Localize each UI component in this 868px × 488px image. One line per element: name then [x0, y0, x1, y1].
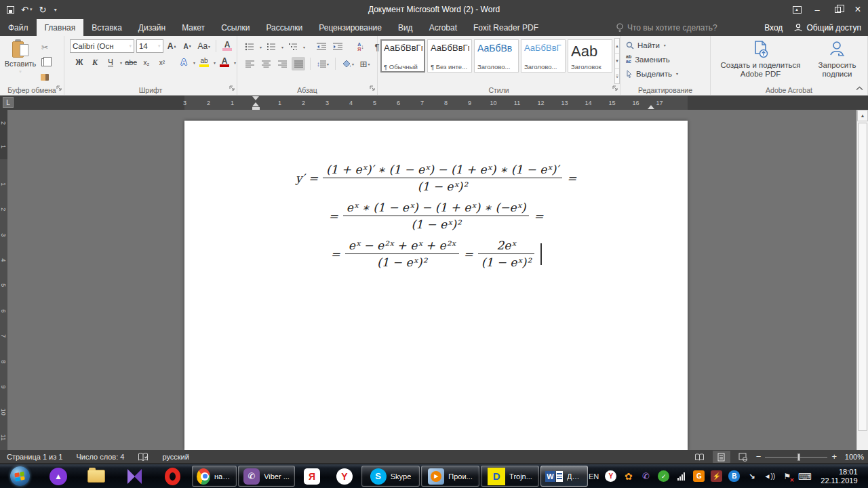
taskbar-alice-button[interactable]: ▲	[40, 466, 77, 487]
bold-button[interactable]: Ж	[73, 56, 86, 69]
font-name-combo[interactable]: Calibri (Осн▾	[70, 39, 134, 53]
taskbar-word-window[interactable]: WДоку...	[540, 466, 588, 487]
strikethrough-button[interactable]: abc	[124, 56, 138, 69]
clear-formatting-button[interactable]: А	[220, 39, 234, 53]
vertical-scrollbar[interactable]: ▲	[856, 110, 868, 450]
minimize-button[interactable]: –	[807, 0, 827, 19]
select-button[interactable]: Выделить▾	[626, 66, 709, 81]
tray-bluetooth-icon[interactable]: B	[728, 470, 740, 482]
ribbon-tab[interactable]: Вид	[390, 19, 421, 36]
copy-button[interactable]	[38, 56, 52, 68]
start-button[interactable]	[1, 466, 39, 487]
hanging-indent-marker[interactable]	[252, 102, 259, 106]
collapse-ribbon-button[interactable]	[856, 83, 863, 93]
tray-keyboard-icon[interactable]: ⌨	[799, 470, 810, 482]
ribbon-tab[interactable]: Acrobat	[421, 19, 465, 36]
save-button[interactable]	[7, 6, 14, 14]
align-right-button[interactable]	[275, 57, 289, 70]
styles-dialog-launcher[interactable]	[612, 84, 618, 94]
document-page[interactable]: y′ = (1 + eˣ)′ ∗ (1 − eˣ) − (1 + eˣ) ∗ (…	[184, 121, 688, 450]
web-layout-button[interactable]	[734, 451, 752, 463]
ribbon-tab[interactable]: Рассылки	[258, 19, 311, 36]
font-color-button[interactable]: А	[218, 56, 231, 69]
clipboard-dialog-launcher[interactable]	[56, 84, 62, 94]
tray-power-plug-icon[interactable]: ⚡	[711, 470, 722, 482]
language-status[interactable]: русский	[157, 453, 194, 461]
request-signatures-button[interactable]: Запросить подписи	[810, 38, 865, 84]
justify-button[interactable]	[292, 57, 305, 70]
taskbar-chrome-window[interactable]: найт...	[192, 466, 237, 487]
tray-network-signal-icon[interactable]	[675, 470, 687, 482]
increase-indent-button[interactable]	[331, 40, 344, 54]
ribbon-tab[interactable]: Дизайн	[130, 19, 174, 36]
zoom-slider[interactable]	[765, 457, 827, 458]
undo-button[interactable]: ↶▾	[21, 5, 32, 15]
paragraph-dialog-launcher[interactable]	[370, 84, 376, 94]
scroll-up-button[interactable]: ▲	[857, 110, 868, 121]
tray-antivirus-check-icon[interactable]: ✓	[658, 470, 669, 482]
language-indicator[interactable]: EN	[589, 472, 599, 481]
page-count[interactable]: Страница 1 из 1	[1, 453, 68, 461]
customize-qat-button[interactable]: ▼	[53, 7, 58, 12]
restore-button[interactable]	[827, 0, 848, 19]
read-mode-button[interactable]	[691, 451, 709, 463]
align-center-button[interactable]	[259, 57, 273, 70]
tell-me-box[interactable]: Что вы хотите сделать?	[607, 19, 727, 36]
redo-button[interactable]: ↻	[39, 5, 46, 15]
word-count[interactable]: Число слов: 4	[71, 453, 130, 461]
close-button[interactable]: ×	[848, 0, 868, 19]
ribbon-tab[interactable]: Foxit Reader PDF	[465, 19, 547, 36]
proofing-status[interactable]	[132, 453, 154, 462]
tab-selector[interactable]: L	[3, 97, 14, 108]
text-effects-button[interactable]: А	[177, 56, 191, 69]
superscript-button[interactable]: x²	[155, 56, 169, 69]
italic-button[interactable]: К	[88, 56, 102, 69]
find-button[interactable]: Найти▾	[626, 38, 709, 52]
tray-yandex-icon[interactable]: Y	[605, 470, 616, 482]
scrollbar-thumb[interactable]	[858, 123, 867, 431]
highlight-button[interactable]: ab	[197, 56, 211, 69]
zoom-slider-thumb[interactable]	[797, 453, 800, 461]
sort-button[interactable]: АЯ↓	[354, 40, 368, 54]
ribbon-tab[interactable]: Вставка	[83, 19, 130, 36]
styles-gallery-more[interactable]: ⊽	[615, 69, 619, 83]
styles-scroll-down[interactable]: ▼	[615, 54, 619, 68]
subscript-button[interactable]: x₂	[140, 56, 153, 69]
share-button[interactable]: Общий доступ	[793, 23, 861, 33]
taskbar-opera-button[interactable]	[154, 466, 191, 487]
style-card[interactable]: АаБбВвГ Заголово...	[521, 39, 566, 73]
shading-button[interactable]: ▾	[340, 57, 355, 70]
tray-g-icon[interactable]: G	[693, 470, 705, 482]
underline-button[interactable]: Ч	[104, 56, 117, 69]
ribbon-tab[interactable]: Рецензирование	[311, 19, 390, 36]
tray-viber-icon[interactable]: ✆	[640, 470, 652, 482]
clock[interactable]: 18:01 22.11.2019	[816, 468, 861, 485]
style-card[interactable]: АаБбВвГг, ¶ Обычный	[380, 39, 425, 73]
line-spacing-button[interactable]: ↕▾	[315, 57, 330, 70]
create-pdf-button[interactable]: Создать и поделиться Adobe PDF	[715, 38, 806, 84]
tray-flower-icon[interactable]: ✿	[623, 470, 634, 482]
styles-scroll-up[interactable]: ▲	[615, 39, 619, 54]
bullets-button[interactable]	[243, 40, 256, 54]
ribbon-tab[interactable]: Главная	[37, 19, 84, 36]
taskbar-viber-window[interactable]: ✆Viber ...	[238, 466, 295, 487]
equation-block[interactable]: y′ = (1 + eˣ)′ ∗ (1 − eˣ) − (1 + eˣ) ∗ (…	[184, 163, 688, 269]
style-card[interactable]: Aab Заголовок	[568, 39, 612, 73]
grow-font-button[interactable]: A▲	[165, 39, 179, 53]
tray-volume-icon[interactable]: ◄))	[764, 470, 775, 482]
numbering-button[interactable]	[264, 40, 278, 54]
font-size-combo[interactable]: 14▾	[136, 39, 163, 53]
taskbar-media-button[interactable]	[116, 466, 153, 487]
taskbar-yandex-browser-button[interactable]: Я	[296, 466, 328, 487]
format-painter-button[interactable]	[38, 71, 52, 84]
ribbon-tab[interactable]: Файл	[0, 19, 37, 36]
zoom-level[interactable]: 100%	[841, 453, 864, 461]
ribbon-display-options-button[interactable]: ▲	[787, 0, 807, 19]
decrease-indent-button[interactable]	[315, 40, 328, 54]
taskbar-explorer-button[interactable]	[78, 466, 115, 487]
ribbon-tab[interactable]: Макет	[174, 19, 213, 36]
taskbar-player-window[interactable]: ▶Прои...	[421, 466, 479, 487]
taskbar-skype-window[interactable]: SSkype	[361, 466, 420, 487]
change-case-button[interactable]: Aa▾	[197, 39, 212, 53]
borders-button[interactable]: ⊞▾	[358, 57, 372, 70]
